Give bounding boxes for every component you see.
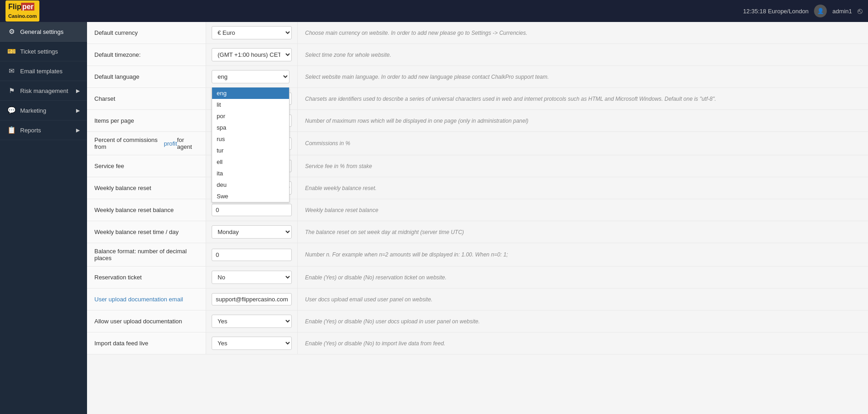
desc-reservation-ticket: Enable (Yes) or disable (No) reservation…	[298, 271, 868, 284]
select-default-timezone[interactable]: (GMT +1:00 hours) CET(Cent	[212, 48, 292, 61]
sidebar-label-risk-management: Risk management	[20, 87, 68, 94]
input-weekly-balance-reset-balance	[206, 199, 298, 221]
field-balance-format[interactable]	[212, 249, 292, 261]
marketing-icon: 💬	[7, 106, 16, 114]
lang-option-tur[interactable]: tur	[212, 145, 289, 156]
input-balance-format	[206, 243, 298, 266]
desc-charset: Charsets are identifiers used to describ…	[298, 92, 868, 106]
chevron-right-icon-marketing: ▶	[76, 108, 80, 114]
logo: Flipper Casino.com	[5, 0, 39, 22]
lang-option-spa[interactable]: spa	[212, 122, 289, 133]
input-allow-user-upload: Yes No	[206, 310, 298, 332]
label-charset: Charset	[87, 88, 206, 109]
sidebar-item-reports[interactable]: 📋 Reports ▶	[0, 120, 87, 140]
lang-option-eng[interactable]: eng	[212, 87, 289, 99]
select-default-language[interactable]: eng lit por spa rus tur ell ita deu Swe	[212, 70, 289, 83]
row-items-per-page: Items per page Number of maximum rows wh…	[87, 110, 868, 132]
sidebar-label-email-templates: Email templates	[20, 68, 62, 75]
avatar: 👤	[814, 5, 827, 17]
row-user-upload-email: User upload documentation email User doc…	[87, 289, 868, 310]
sidebar-label-ticket-settings: Ticket settings	[20, 48, 58, 55]
sidebar-item-ticket-settings[interactable]: 🎫 Ticket settings	[0, 42, 87, 61]
sidebar-label-reports: Reports	[20, 127, 41, 134]
sidebar-item-email-templates[interactable]: ✉ Email templates	[0, 61, 87, 81]
desc-user-upload-email: User docs upload email used user panel o…	[298, 293, 868, 306]
content-area: Default currency € Euro Choose main curr…	[87, 22, 868, 414]
input-default-currency: € Euro	[206, 22, 298, 44]
lang-option-por[interactable]: por	[212, 110, 289, 122]
lang-option-swe[interactable]: Swe	[212, 191, 289, 202]
desc-weekly-balance-reset-time: The balance reset on set week day at mid…	[298, 225, 868, 239]
logo-flip: Flip	[8, 3, 21, 11]
desc-service-fee: Service fee in % from stake	[298, 159, 868, 173]
desc-default-timezone: Select time zone for whole website.	[298, 48, 868, 62]
select-reservation-ticket[interactable]: No Yes	[212, 271, 292, 284]
select-import-data-feed[interactable]: Yes No	[212, 337, 292, 350]
sidebar: ⚙ General settings 🎫 Ticket settings ✉ E…	[0, 22, 87, 414]
row-weekly-balance-reset-time: Weekly balance reset time / day Monday T…	[87, 221, 868, 243]
lang-option-deu[interactable]: deu	[212, 179, 289, 191]
desc-weekly-balance-reset: Enable weekly balance reset.	[298, 181, 868, 195]
desc-weekly-balance-reset-balance: Weekly balance reset balance	[298, 203, 868, 217]
label-weekly-balance-reset-balance: Weekly balance reset balance	[87, 199, 206, 221]
lang-option-ell[interactable]: ell	[212, 156, 289, 168]
field-weekly-balance-reset-balance[interactable]	[212, 204, 292, 216]
gear-icon: ⚙	[7, 27, 16, 36]
language-dropdown[interactable]: eng lit por spa rus tur ell ita deu Swe	[212, 87, 289, 202]
label-user-upload-email: User upload documentation email	[87, 289, 206, 310]
header-time: 12:35:18 Europe/London	[743, 8, 808, 15]
select-default-currency[interactable]: € Euro	[212, 26, 292, 39]
header-right: 12:35:18 Europe/London 👤 admin1 ⎋	[743, 5, 863, 17]
select-allow-user-upload[interactable]: Yes No	[212, 315, 292, 328]
label-default-language: Default language	[87, 66, 206, 87]
lang-option-rus[interactable]: rus	[212, 133, 289, 145]
field-user-upload-email[interactable]	[212, 293, 292, 305]
desc-percent-commissions: Commissions in %	[298, 136, 868, 150]
row-charset: Charset Charsets are identifiers used to…	[87, 88, 868, 110]
input-weekly-balance-reset-time: Monday Tuesday Wednesday Thursday Friday…	[206, 221, 298, 243]
input-default-language: eng lit por spa rus tur ell ita deu Swe …	[206, 66, 298, 87]
sidebar-item-marketing[interactable]: 💬 Marketing ▶	[0, 101, 87, 120]
chevron-right-icon-reports: ▶	[76, 127, 80, 133]
header: Flipper Casino.com 12:35:18 Europe/Londo…	[0, 0, 868, 22]
select-weekly-balance-reset-time[interactable]: Monday Tuesday Wednesday Thursday Friday…	[212, 225, 292, 239]
label-balance-format: Balance format: number of decimal places	[87, 243, 206, 266]
user-upload-email-link[interactable]: User upload documentation email	[94, 296, 183, 303]
logo-per: per	[21, 3, 34, 11]
email-icon: ✉	[7, 67, 16, 75]
chevron-right-icon: ▶	[76, 88, 80, 94]
main-layout: ⚙ General settings 🎫 Ticket settings ✉ E…	[0, 22, 868, 414]
desc-default-language: Select website main language. In order t…	[298, 70, 868, 84]
lang-option-lit[interactable]: lit	[212, 99, 289, 110]
lang-option-ita[interactable]: ita	[212, 168, 289, 179]
sidebar-label-general-settings: General settings	[20, 28, 64, 35]
settings-table: Default currency € Euro Choose main curr…	[87, 22, 868, 354]
risk-icon: ⚑	[7, 87, 16, 95]
row-reservation-ticket: Reservation ticket No Yes Enable (Yes) o…	[87, 267, 868, 289]
label-percent-commissions: Percent of commissions from profit for a…	[87, 132, 206, 155]
input-user-upload-email	[206, 289, 298, 310]
desc-import-data-feed: Enable (Yes) or disable (No) to import l…	[298, 337, 868, 350]
profit-link[interactable]: profit	[164, 140, 177, 147]
desc-allow-user-upload: Enable (Yes) or disable (No) user docs u…	[298, 315, 868, 328]
desc-balance-format: Number n. For example when n=2 amounts w…	[298, 248, 868, 261]
row-weekly-balance-reset-balance: Weekly balance reset balance Weekly bala…	[87, 199, 868, 221]
input-default-timezone: (GMT +1:00 hours) CET(Cent	[206, 44, 298, 65]
sidebar-item-risk-management[interactable]: ⚑ Risk management ▶	[0, 81, 87, 101]
logout-icon[interactable]: ⎋	[857, 6, 863, 16]
row-balance-format: Balance format: number of decimal places…	[87, 243, 868, 267]
sidebar-item-general-settings[interactable]: ⚙ General settings	[0, 22, 87, 42]
row-default-timezone: Default timezone: (GMT +1:00 hours) CET(…	[87, 44, 868, 66]
label-reservation-ticket: Reservation ticket	[87, 267, 206, 288]
header-username: admin1	[832, 8, 852, 15]
input-reservation-ticket: No Yes	[206, 267, 298, 288]
reports-icon: 📋	[7, 126, 16, 134]
label-items-per-page: Items per page	[87, 110, 206, 131]
label-default-currency: Default currency	[87, 22, 206, 44]
row-import-data-feed: Import data feed live Yes No Enable (Yes…	[87, 332, 868, 354]
desc-default-currency: Choose main currency on website. In orde…	[298, 26, 868, 40]
row-default-language: Default language eng lit por spa rus tur…	[87, 66, 868, 88]
row-default-currency: Default currency € Euro Choose main curr…	[87, 22, 868, 44]
row-allow-user-upload: Allow user upload documentation Yes No E…	[87, 310, 868, 332]
label-import-data-feed: Import data feed live	[87, 332, 206, 354]
